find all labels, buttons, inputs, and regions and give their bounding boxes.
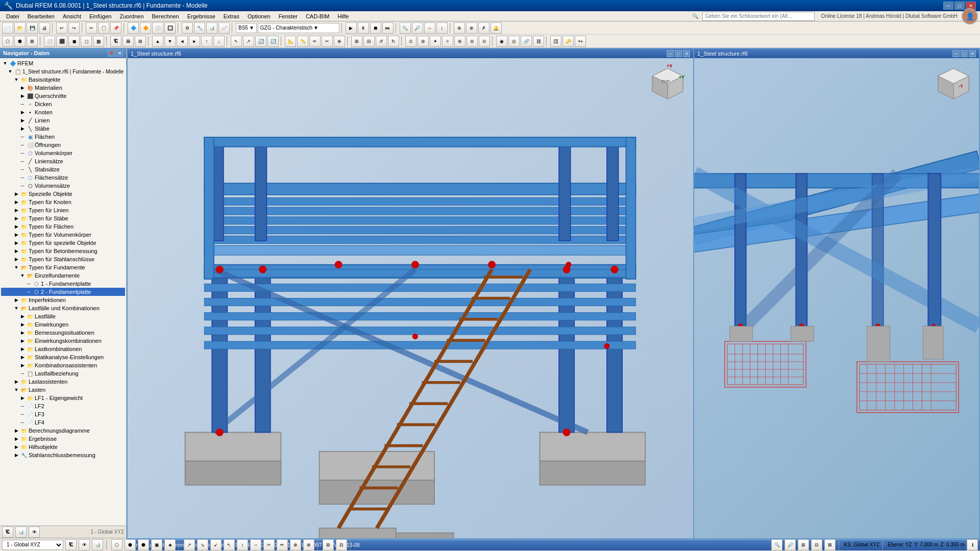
menu-ergebnisse[interactable]: Ergebnisse bbox=[183, 12, 219, 20]
load-case-dropdown[interactable]: BS5 ▼ bbox=[236, 23, 257, 33]
tree-typen-beton[interactable]: ▶ 📁 Typen für Betonbemessung bbox=[1, 247, 125, 255]
tb2-btn-25[interactable]: ✂ bbox=[322, 36, 333, 47]
nav-pin-button[interactable]: 📌 bbox=[108, 49, 115, 57]
status-btn-9[interactable]: ↗ bbox=[184, 539, 195, 550]
vp-left-close[interactable]: ✕ bbox=[683, 50, 690, 57]
view-btn-4[interactable]: ↕ bbox=[436, 22, 448, 34]
tree-flaechen[interactable]: ─ ▣ Flächen bbox=[1, 133, 125, 141]
tb2-btn-24[interactable]: ✏ bbox=[309, 36, 321, 47]
calc-btn-3[interactable]: ⏹ bbox=[370, 22, 381, 34]
status-grid-1[interactable]: ⊞ bbox=[798, 539, 809, 550]
tb-extra-1[interactable]: ⊕ bbox=[454, 22, 465, 34]
status-btn-10[interactable]: ↘ bbox=[197, 539, 208, 550]
tb2-btn-20[interactable]: 🔄 bbox=[255, 36, 266, 47]
calc-btn-4[interactable]: ⏭ bbox=[382, 22, 394, 34]
tree-einwkomb[interactable]: ▶ 📁 Einwirkungskombinationen bbox=[1, 337, 125, 345]
tree-bemesssit[interactable]: ▶ 📁 Bemessungssituationen bbox=[1, 329, 125, 337]
tree-typen-flaechen[interactable]: ▶ 📁 Typen für Flächen bbox=[1, 222, 125, 231]
status-btn-20[interactable]: ⊟ bbox=[336, 539, 347, 550]
tb-btn-3[interactable]: 📌 bbox=[110, 22, 121, 34]
status-btn-5[interactable]: ⬢ bbox=[125, 539, 136, 550]
tree-project[interactable]: ▼ 📋 1_Steel structure.rf6 | Fundamente -… bbox=[1, 67, 125, 76]
tb2-btn-8[interactable]: ▦ bbox=[93, 36, 104, 47]
calc-btn-1[interactable]: ▶ bbox=[346, 22, 357, 34]
tree-typen-knoten[interactable]: ▶ 📁 Typen für Knoten bbox=[1, 198, 125, 206]
vp-right-min[interactable]: ─ bbox=[952, 50, 960, 57]
status-info-btn[interactable]: ℹ bbox=[967, 539, 978, 550]
status-btn-3[interactable]: 📊 bbox=[92, 539, 103, 550]
tree-einwirkungen[interactable]: ▶ 📁 Einwirkungen bbox=[1, 320, 125, 329]
tb2-btn-1[interactable]: ⬡ bbox=[2, 36, 13, 47]
tree-imperfektionen[interactable]: ▶ 📁 Imperfektionen bbox=[1, 296, 125, 304]
tree-lf4[interactable]: ─ 📄 LF4 bbox=[1, 418, 125, 427]
tree-berechndiagr[interactable]: ▶ 📁 Berechnungsdiagramme bbox=[1, 427, 125, 435]
menu-hilfe[interactable]: Hilfe bbox=[333, 12, 353, 20]
tree-stahlanschluss[interactable]: ▶ 🔧 Stahlanschlussbemessung bbox=[1, 451, 125, 459]
nav-btn-model[interactable]: 🏗 bbox=[2, 527, 13, 538]
rfem-toggle[interactable]: ▼ bbox=[2, 60, 8, 66]
status-btn-16[interactable]: ✏ bbox=[277, 539, 288, 550]
tb2-btn-44[interactable]: 🗝 bbox=[575, 36, 586, 47]
tree-knoten[interactable]: ▶ • Knoten bbox=[1, 108, 125, 116]
tb-btn-8[interactable]: ⚙ bbox=[182, 22, 193, 34]
menu-optionen[interactable]: Optionen bbox=[243, 12, 275, 20]
minimize-button[interactable]: ─ bbox=[943, 2, 953, 10]
status-btn-8[interactable]: ◈ bbox=[164, 539, 176, 550]
tb2-btn-3[interactable]: ⊠ bbox=[27, 36, 38, 47]
tb2-btn-41[interactable]: ⛓ bbox=[533, 36, 544, 47]
tree-typen-spez[interactable]: ▶ 📁 Typen für spezielle Objekte bbox=[1, 239, 125, 247]
vp-left-min[interactable]: ─ bbox=[667, 50, 674, 57]
status-zoom-1[interactable]: 🔍 bbox=[771, 539, 782, 550]
vp-left-max[interactable]: □ bbox=[675, 50, 682, 57]
status-btn-7[interactable]: ▣ bbox=[151, 539, 162, 550]
redo-button[interactable]: ↪ bbox=[68, 22, 80, 34]
tree-typen-volumen[interactable]: ▶ 📁 Typen für Volumenkörper bbox=[1, 231, 125, 239]
vp-right-max[interactable]: □ bbox=[961, 50, 968, 57]
status-btn-4[interactable]: ⬡ bbox=[111, 539, 122, 550]
tb2-btn-40[interactable]: 🔗 bbox=[521, 36, 532, 47]
tb2-btn-5[interactable]: ⬛ bbox=[56, 36, 67, 47]
tree-stabsaetze[interactable]: ─ ╲ Stabsätze bbox=[1, 165, 125, 173]
nav-cube-left[interactable]: +X +Y TOP bbox=[647, 63, 688, 104]
menu-bearbeiten[interactable]: Bearbeiten bbox=[23, 12, 59, 20]
tree-einzelfund[interactable]: ▼ 📂 Einzelfundamente bbox=[1, 271, 125, 280]
tree-typen-linien[interactable]: ▶ 📁 Typen für Linien bbox=[1, 206, 125, 214]
view-btn-3[interactable]: ↔ bbox=[424, 22, 435, 34]
view-btn-2[interactable]: 🔎 bbox=[412, 22, 423, 34]
status-btn-11[interactable]: ↙ bbox=[210, 539, 222, 550]
tb-extra-4[interactable]: 🔔 bbox=[491, 22, 502, 34]
tb-extra-2[interactable]: ⊗ bbox=[466, 22, 477, 34]
tree-staebe[interactable]: ▶ ╲ Stäbe bbox=[1, 124, 125, 133]
status-btn-18[interactable]: ⊗ bbox=[303, 539, 314, 550]
status-btn-14[interactable]: ↔ bbox=[250, 539, 261, 550]
status-coord-dropdown[interactable]: 1 - Global XYZ bbox=[2, 540, 63, 550]
tree-fund1[interactable]: ─ ⬡ 1 - Fundamentplatte bbox=[1, 280, 125, 288]
tree-volumenkoerper[interactable]: ─ ⬡ Volumenkörper bbox=[1, 149, 125, 157]
viewport-left-canvas[interactable]: +X +Y TOP bbox=[128, 58, 693, 538]
tree-typen-fund[interactable]: ▼ 📂 Typen für Fundamente bbox=[1, 263, 125, 271]
tb2-btn-19[interactable]: ↗ bbox=[243, 36, 254, 47]
tree-lastass[interactable]: ▶ 📁 Lastassistenten bbox=[1, 378, 125, 386]
menu-ansicht[interactable]: Ansicht bbox=[59, 12, 85, 20]
status-btn-17[interactable]: ⊕ bbox=[290, 539, 301, 550]
tree-lastfaelle[interactable]: ▶ 📁 Lastfälle bbox=[1, 312, 125, 320]
tb-extra-3[interactable]: ✗ bbox=[478, 22, 489, 34]
print-button[interactable]: 🖨 bbox=[39, 22, 50, 34]
tree-typen-stahl[interactable]: ▶ 📁 Typen für Stahlanschlüsse bbox=[1, 255, 125, 263]
project-toggle[interactable]: ▼ bbox=[7, 68, 13, 74]
status-btn-12[interactable]: ↖ bbox=[224, 539, 235, 550]
tree-oeffnungen[interactable]: ─ ⬜ Öffnungen bbox=[1, 141, 125, 149]
status-btn-15[interactable]: ✂ bbox=[263, 539, 275, 550]
status-btn-1[interactable]: 🏗 bbox=[65, 539, 77, 550]
status-btn-13[interactable]: ↕ bbox=[237, 539, 248, 550]
open-button[interactable]: 📂 bbox=[14, 22, 26, 34]
tb2-btn-39[interactable]: ◎ bbox=[508, 36, 520, 47]
tb2-btn-32[interactable]: ⊚ bbox=[418, 36, 429, 47]
tb2-btn-31[interactable]: ⊙ bbox=[405, 36, 416, 47]
tree-hilfsobjekte[interactable]: ▶ 📁 Hilfsobjekte bbox=[1, 443, 125, 451]
nav-cube-right[interactable]: -Y bbox=[933, 63, 974, 104]
tree-volumensaetze[interactable]: ─ ⬡ Volumensätze bbox=[1, 182, 125, 190]
tree-typen-staebe[interactable]: ▶ 📁 Typen für Stäbe bbox=[1, 214, 125, 222]
tree-lf3[interactable]: ─ 📄 LF3 bbox=[1, 410, 125, 418]
status-grid-2[interactable]: ⊟ bbox=[811, 539, 822, 550]
